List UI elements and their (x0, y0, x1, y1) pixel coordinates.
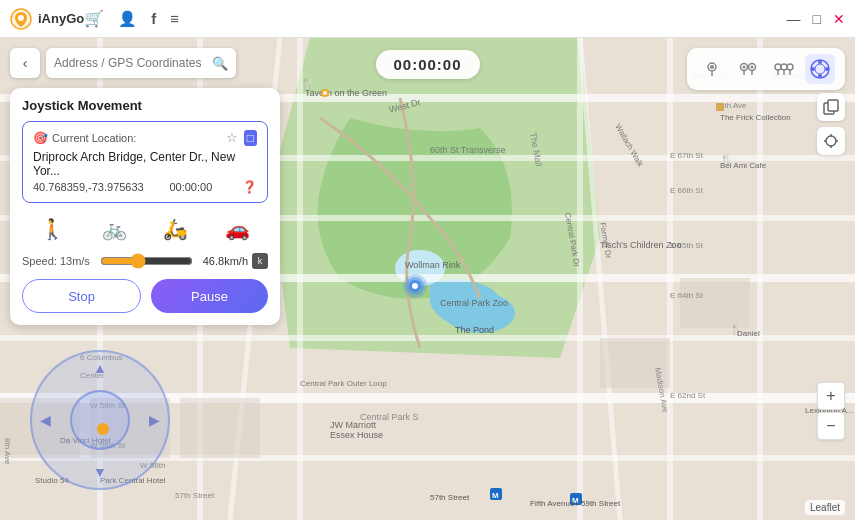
svg-text:Fifth Avenue / 59th Street: Fifth Avenue / 59th Street (530, 499, 621, 508)
svg-rect-99 (828, 100, 838, 111)
copy-icon[interactable]: □ (244, 130, 257, 146)
svg-point-55 (412, 283, 418, 289)
svg-point-94 (818, 60, 822, 64)
svg-text:The Pond: The Pond (455, 325, 494, 335)
copy-map-tool[interactable] (817, 93, 845, 121)
svg-text:🍴: 🍴 (300, 76, 315, 91)
coordinates: 40.768359,-73.975633 (33, 181, 144, 193)
joystick-control[interactable]: ▲ ▼ ◀ ▶ (30, 350, 170, 490)
location-name: Driprock Arch Bridge, Center Dr., New Yo… (33, 150, 257, 178)
svg-rect-22 (680, 278, 750, 328)
svg-text:Daniel: Daniel (737, 329, 760, 338)
svg-text:Tisch's Children Zoo: Tisch's Children Zoo (600, 240, 681, 250)
titlebar: iAnyGo 🛒 👤 f ≡ — □ ✕ (0, 0, 855, 38)
svg-point-95 (818, 74, 822, 78)
menu-icon[interactable]: ≡ (170, 10, 179, 27)
speed-slider[interactable] (100, 253, 193, 269)
svg-text:Bel Ami Cafe: Bel Ami Cafe (720, 161, 767, 170)
joystick-left[interactable]: ◀ (40, 412, 51, 428)
location-label: 🎯 Current Location: (33, 131, 136, 145)
top-right-toolbar (687, 48, 845, 90)
user-icon[interactable]: 👤 (118, 10, 137, 28)
svg-text:Central Park Zoo: Central Park Zoo (440, 298, 508, 308)
svg-text:The Frick Collection: The Frick Collection (720, 113, 791, 122)
search-bar: ‹ 🔍 (10, 48, 236, 78)
svg-point-88 (787, 64, 793, 70)
joystick-right[interactable]: ▶ (149, 412, 160, 428)
speed-kmh: 46.8km/h (203, 255, 248, 267)
joystick-tool[interactable] (805, 54, 835, 84)
joystick-panel: Joystick Movement 🎯 Current Location: ☆ … (10, 88, 280, 325)
facebook-icon[interactable]: f (151, 10, 156, 27)
zoom-controls: + − (817, 382, 845, 440)
svg-text:E 67th St: E 67th St (670, 151, 704, 160)
recenter-tool[interactable] (817, 127, 845, 155)
close-button[interactable]: ✕ (833, 11, 845, 27)
svg-text:E 62nd St: E 62nd St (670, 391, 706, 400)
pin-tool-1[interactable] (697, 54, 727, 84)
timer-value: 00:00:00 (393, 56, 461, 73)
speed-info: 46.8km/h k (203, 253, 268, 269)
scooter-mode[interactable]: 🛵 (163, 217, 188, 241)
timer-display: 00:00:00 (375, 50, 479, 79)
search-input-wrap[interactable]: 🔍 (46, 48, 236, 78)
svg-point-78 (710, 65, 714, 69)
joystick-up[interactable]: ▲ (93, 360, 107, 376)
window-controls: — □ ✕ (787, 11, 845, 27)
action-buttons: Stop Pause (22, 279, 268, 313)
star-icon[interactable]: ☆ (226, 130, 238, 146)
svg-text:60th St Transverse: 60th St Transverse (430, 145, 506, 155)
walk-mode[interactable]: 🚶 (40, 217, 65, 241)
svg-point-100 (826, 136, 836, 146)
back-button[interactable]: ‹ (10, 48, 40, 78)
app-logo: iAnyGo (10, 8, 84, 30)
svg-text:M: M (492, 491, 499, 500)
svg-point-97 (825, 67, 829, 71)
search-icon: 🔍 (212, 56, 228, 71)
cart-icon[interactable]: 🛒 (84, 9, 104, 28)
location-actions: ☆ □ (226, 130, 257, 146)
svg-text:57th Street: 57th Street (430, 493, 470, 502)
speed-k-badge: k (252, 253, 268, 269)
target-icon: 🎯 (33, 131, 48, 145)
location-box: 🎯 Current Location: ☆ □ Driprock Arch Br… (22, 121, 268, 203)
svg-text:Central Park Outer Loop: Central Park Outer Loop (300, 379, 387, 388)
zoom-in-button[interactable]: + (817, 382, 845, 410)
joystick-down[interactable]: ▼ (93, 464, 107, 480)
speed-label: Speed: 13m/s (22, 255, 90, 267)
maximize-button[interactable]: □ (813, 11, 821, 27)
svg-text:E 66th St: E 66th St (670, 186, 704, 195)
location-header: 🎯 Current Location: ☆ □ (33, 130, 257, 146)
svg-rect-20 (180, 398, 260, 458)
logo-icon (10, 8, 32, 30)
svg-point-57 (323, 91, 327, 95)
joystick-inner-ring (70, 390, 130, 450)
pause-button[interactable]: Pause (151, 279, 268, 313)
pin-tool-3[interactable] (769, 54, 799, 84)
svg-rect-68 (716, 103, 724, 111)
leaflet-badge: Leaflet (805, 500, 845, 515)
map[interactable]: Tavern on the Green West Dr 60th St Tran… (0, 38, 855, 520)
stop-button[interactable]: Stop (22, 279, 141, 313)
help-icon[interactable]: ❓ (242, 180, 257, 194)
svg-text:Essex House: Essex House (330, 430, 383, 440)
panel-title: Joystick Movement (22, 98, 268, 113)
minimize-button[interactable]: — (787, 11, 801, 27)
svg-text:8th Ave: 8th Ave (3, 438, 12, 465)
transport-mode-row: 🚶 🚲 🛵 🚗 (22, 213, 268, 245)
search-input[interactable] (54, 56, 212, 70)
svg-text:5th Ave: 5th Ave (720, 101, 747, 110)
zoom-out-button[interactable]: − (817, 412, 845, 440)
pin-tool-2[interactable] (733, 54, 763, 84)
tray-icons: 🛒 👤 f ≡ (84, 9, 179, 28)
bike-mode[interactable]: 🚲 (102, 217, 127, 241)
svg-text:Wollman Rink: Wollman Rink (405, 260, 461, 270)
svg-point-87 (781, 64, 787, 70)
svg-point-83 (751, 66, 754, 69)
location-coords: 40.768359,-73.975633 00:00:00 ❓ (33, 180, 257, 194)
car-mode[interactable]: 🚗 (225, 217, 250, 241)
svg-text:Tavern on the Green: Tavern on the Green (305, 88, 387, 98)
svg-point-96 (811, 67, 815, 71)
app-name: iAnyGo (38, 11, 84, 26)
location-time: 00:00:00 (169, 181, 212, 193)
